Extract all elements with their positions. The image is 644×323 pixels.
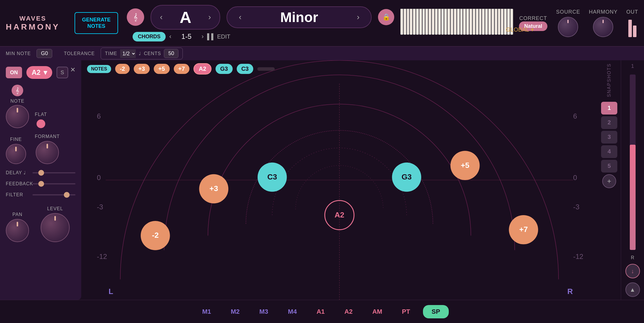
s-button[interactable]: S xyxy=(57,67,68,78)
logo-harmony: HARMONY xyxy=(6,22,60,32)
mode-sp-button[interactable]: SP xyxy=(423,305,449,318)
mode-m2-button[interactable]: M2 xyxy=(224,305,247,318)
snapshot-add-button[interactable]: + xyxy=(602,174,616,188)
note-knob[interactable] xyxy=(6,105,29,128)
mode-pt-button[interactable]: PT xyxy=(395,305,417,318)
svg-text:6: 6 xyxy=(97,112,101,120)
right-scroll-button[interactable]: ↓ xyxy=(625,264,640,278)
svg-text:R: R xyxy=(567,287,573,296)
delay-note-icon: ♩ xyxy=(23,170,26,175)
mode-a2-button[interactable]: A2 xyxy=(337,305,359,318)
flat-label: FLAT xyxy=(35,112,47,117)
note-chip-a2[interactable]: A2 xyxy=(193,63,211,75)
snapshot-button-1[interactable]: 1 xyxy=(601,102,617,115)
svg-text:-3: -3 xyxy=(97,203,103,211)
out-meter-2 xyxy=(633,26,636,37)
lock-button[interactable]: 🔒 xyxy=(378,9,394,25)
note-chip-plus3[interactable]: +3 xyxy=(134,64,150,74)
scale-selector: ‹ Minor › xyxy=(227,6,372,28)
delay-slider-track[interactable] xyxy=(32,172,75,173)
harmony-label: HARMONY xyxy=(589,9,618,15)
tolerance-label: TOLERANCE xyxy=(64,51,95,56)
delay-label: DELAY ♩ xyxy=(6,170,29,175)
note-chip-c3[interactable]: C3 xyxy=(237,64,254,74)
mode-m3-button[interactable]: M3 xyxy=(252,305,275,318)
feedback-slider-thumb[interactable] xyxy=(38,181,44,187)
snapshot-button-2[interactable]: 2 xyxy=(601,116,617,129)
key-right-arrow[interactable]: › xyxy=(208,12,211,22)
right-meter-top: 1 xyxy=(631,63,634,69)
voice-selector-button[interactable]: A2 ▾ xyxy=(26,66,52,79)
chord-nav-left[interactable]: ‹ xyxy=(169,33,171,40)
top-bar-left: WAVES HARMONY GENERATE NOTES xyxy=(6,12,127,34)
filter-slider-track[interactable] xyxy=(32,194,75,195)
pan-knob[interactable] xyxy=(6,219,29,242)
note-flat-section: 𝄞 NOTE FLAT xyxy=(6,85,75,128)
global-arrow-icon: ▾ xyxy=(531,26,534,33)
note-chip-plus7[interactable]: +7 xyxy=(174,64,190,74)
fine-knob[interactable] xyxy=(6,144,26,164)
mode-m1-button[interactable]: M1 xyxy=(195,305,218,318)
level-knob[interactable] xyxy=(41,213,70,242)
key-label: A xyxy=(180,8,191,27)
key-left-arrow[interactable]: ‹ xyxy=(160,12,162,22)
filter-slider-thumb[interactable] xyxy=(64,192,70,198)
notes-strip-label: NOTES xyxy=(87,65,111,73)
min-note-value[interactable]: G0 xyxy=(37,49,52,58)
harmony-knob[interactable] xyxy=(593,17,613,37)
panel-header: ON A2 ▾ S ✕ xyxy=(6,66,75,79)
svg-text:-12: -12 xyxy=(97,253,107,260)
source-knob-section: SOURCE xyxy=(556,9,580,37)
on-button[interactable]: ON xyxy=(6,67,22,78)
scale-right-arrow[interactable]: › xyxy=(357,12,359,22)
top-bar-right: GLOBAL ▾ CORRECT Natural SOURCE HARMONY … xyxy=(519,9,638,37)
out-meter-1 xyxy=(628,20,632,37)
music-note-button[interactable]: 𝄞 xyxy=(127,8,144,26)
out-label: OUT xyxy=(626,9,638,15)
lock-icon: 🔒 xyxy=(382,13,390,21)
close-button[interactable]: ✕ xyxy=(70,66,75,74)
edit-button[interactable]: ▌▌ EDIT xyxy=(207,33,230,40)
radar-svg: 6 0 -3 -12 6 0 -3 -12 xyxy=(81,60,598,300)
pan-level-section: PAN LEVEL xyxy=(6,206,75,242)
source-label: SOURCE xyxy=(556,9,580,15)
fine-formant-section: FINE FORMANT xyxy=(6,134,75,164)
note-chip-plus5[interactable]: +5 xyxy=(154,64,170,74)
delay-slider-thumb[interactable] xyxy=(38,170,44,176)
feedback-slider-track[interactable] xyxy=(32,183,75,184)
mode-a1-button[interactable]: A1 xyxy=(310,305,332,318)
formant-knob[interactable] xyxy=(36,141,59,164)
snapshot-button-3[interactable]: 3 xyxy=(601,131,617,144)
svg-text:C3: C3 xyxy=(267,173,277,181)
flat-button[interactable] xyxy=(37,119,45,128)
time-select[interactable]: 1/2 1/4 1 xyxy=(120,49,136,58)
notes-strip: NOTES -2 +3 +5 +7 A2 G3 C3 xyxy=(87,63,592,75)
level-label: LEVEL xyxy=(47,206,63,211)
note-chip-extra[interactable] xyxy=(257,67,275,71)
note-icon-small: ♩ xyxy=(139,51,141,56)
mode-m4-button[interactable]: M4 xyxy=(281,305,304,318)
delay-row: DELAY ♩ xyxy=(6,170,75,175)
waveform-icon: ▌▌ xyxy=(207,33,215,40)
generate-notes-button[interactable]: GENERATE NOTES xyxy=(75,12,118,34)
cents-value[interactable]: 50 xyxy=(164,49,178,58)
fine-label: FINE xyxy=(10,137,22,142)
snapshot-button-4[interactable]: 4 xyxy=(601,145,617,158)
filter-row: FILTER xyxy=(6,192,75,197)
left-panel: ON A2 ▾ S ✕ 𝄞 NOTE FLAT xyxy=(0,60,81,300)
snapshot-button-5[interactable]: 5 xyxy=(601,160,617,173)
chord-nav-right[interactable]: › xyxy=(202,33,204,40)
piano-keyboard-wrapper xyxy=(400,9,513,38)
logo: WAVES HARMONY xyxy=(6,15,60,32)
source-knob[interactable] xyxy=(558,17,578,37)
mode-am-button[interactable]: AM xyxy=(365,305,389,318)
note-chip-g3[interactable]: G3 xyxy=(216,64,233,74)
top-bar-center: 𝄞 ‹ A › ‹ Minor › 🔒 CHORDS xyxy=(127,5,394,41)
svg-text:6: 6 xyxy=(573,112,577,120)
snapshots-label: SNAPSHOTS xyxy=(607,63,612,97)
scale-left-arrow[interactable]: ‹ xyxy=(239,12,241,22)
filter-label: FILTER xyxy=(6,192,29,197)
note-chip-minus2[interactable]: -2 xyxy=(115,64,130,74)
svg-text:+7: +7 xyxy=(519,225,528,234)
right-scroll-up-button[interactable]: ▲ xyxy=(625,282,640,297)
